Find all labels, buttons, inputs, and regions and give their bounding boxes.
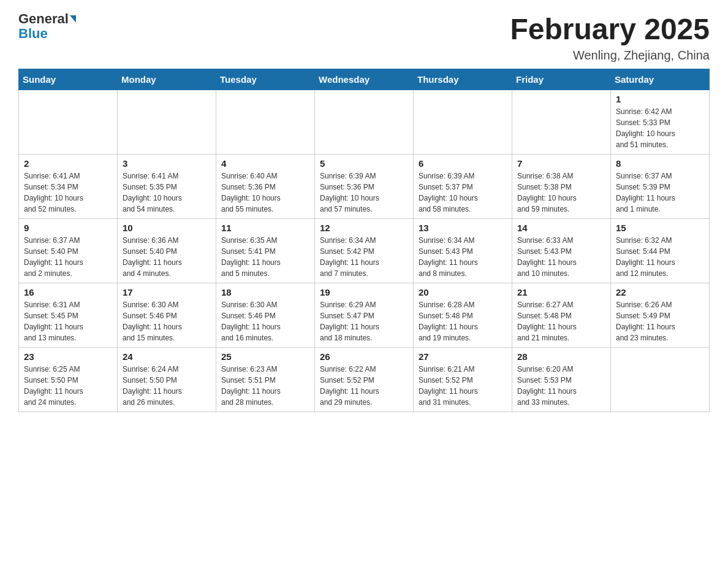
calendar-cell — [414, 90, 512, 155]
day-number: 20 — [419, 287, 507, 297]
day-info: Sunrise: 6:20 AM Sunset: 5:53 PM Dayligh… — [517, 364, 605, 408]
weekday-header: Saturday — [611, 69, 710, 90]
calendar-cell: 20Sunrise: 6:28 AM Sunset: 5:48 PM Dayli… — [414, 283, 512, 348]
weekday-header: Friday — [512, 69, 611, 90]
calendar-cell: 22Sunrise: 6:26 AM Sunset: 5:49 PM Dayli… — [611, 283, 710, 348]
calendar-cell: 8Sunrise: 6:37 AM Sunset: 5:39 PM Daylig… — [611, 155, 710, 219]
subtitle: Wenling, Zhejiang, China — [510, 48, 710, 63]
day-number: 17 — [123, 287, 211, 297]
day-number: 7 — [517, 158, 605, 169]
day-info: Sunrise: 6:41 AM Sunset: 5:35 PM Dayligh… — [123, 170, 211, 215]
calendar-cell — [512, 90, 611, 155]
day-number: 19 — [320, 287, 408, 297]
day-number: 26 — [320, 351, 408, 362]
calendar-cell: 7Sunrise: 6:38 AM Sunset: 5:38 PM Daylig… — [512, 155, 611, 219]
calendar-cell: 10Sunrise: 6:36 AM Sunset: 5:40 PM Dayli… — [118, 219, 216, 283]
day-info: Sunrise: 6:28 AM Sunset: 5:48 PM Dayligh… — [419, 299, 507, 343]
main-title: February 2025 — [510, 12, 710, 46]
calendar-table: SundayMondayTuesdayWednesdayThursdayFrid… — [18, 69, 710, 412]
calendar-week-row: 23Sunrise: 6:25 AM Sunset: 5:50 PM Dayli… — [19, 348, 710, 412]
day-number: 12 — [320, 223, 408, 233]
calendar-cell: 13Sunrise: 6:34 AM Sunset: 5:43 PM Dayli… — [414, 219, 512, 283]
title-block: February 2025 Wenling, Zhejiang, China — [510, 12, 710, 63]
day-number: 1 — [616, 94, 704, 104]
day-info: Sunrise: 6:32 AM Sunset: 5:44 PM Dayligh… — [616, 235, 704, 279]
calendar-cell: 15Sunrise: 6:32 AM Sunset: 5:44 PM Dayli… — [611, 219, 710, 283]
day-number: 27 — [419, 351, 507, 362]
calendar-week-row: 9Sunrise: 6:37 AM Sunset: 5:40 PM Daylig… — [19, 219, 710, 283]
page-header: General Blue February 2025 Wenling, Zhej… — [18, 12, 710, 63]
calendar-cell: 28Sunrise: 6:20 AM Sunset: 5:53 PM Dayli… — [512, 348, 611, 412]
day-number: 18 — [221, 287, 309, 297]
day-number: 16 — [24, 287, 112, 297]
day-info: Sunrise: 6:34 AM Sunset: 5:42 PM Dayligh… — [320, 235, 408, 279]
day-info: Sunrise: 6:29 AM Sunset: 5:47 PM Dayligh… — [320, 299, 408, 343]
weekday-header-row: SundayMondayTuesdayWednesdayThursdayFrid… — [19, 69, 710, 90]
calendar-cell: 23Sunrise: 6:25 AM Sunset: 5:50 PM Dayli… — [19, 348, 118, 412]
calendar-cell: 2Sunrise: 6:41 AM Sunset: 5:34 PM Daylig… — [19, 155, 118, 219]
calendar-cell: 1Sunrise: 6:42 AM Sunset: 5:33 PM Daylig… — [611, 90, 710, 155]
calendar-cell: 19Sunrise: 6:29 AM Sunset: 5:47 PM Dayli… — [315, 283, 414, 348]
day-info: Sunrise: 6:31 AM Sunset: 5:45 PM Dayligh… — [24, 299, 112, 343]
calendar-cell: 16Sunrise: 6:31 AM Sunset: 5:45 PM Dayli… — [19, 283, 118, 348]
weekday-header: Wednesday — [315, 69, 414, 90]
day-number: 10 — [123, 223, 211, 233]
day-number: 14 — [517, 223, 605, 233]
calendar-week-row: 1Sunrise: 6:42 AM Sunset: 5:33 PM Daylig… — [19, 90, 710, 155]
day-info: Sunrise: 6:25 AM Sunset: 5:50 PM Dayligh… — [24, 364, 112, 408]
calendar-cell: 3Sunrise: 6:41 AM Sunset: 5:35 PM Daylig… — [118, 155, 216, 219]
day-info: Sunrise: 6:30 AM Sunset: 5:46 PM Dayligh… — [123, 299, 211, 343]
day-number: 22 — [616, 287, 704, 297]
calendar-cell — [118, 90, 216, 155]
day-info: Sunrise: 6:36 AM Sunset: 5:40 PM Dayligh… — [123, 235, 211, 279]
day-number: 6 — [419, 158, 507, 169]
weekday-header: Monday — [118, 69, 216, 90]
day-info: Sunrise: 6:38 AM Sunset: 5:38 PM Dayligh… — [517, 170, 605, 215]
weekday-header: Sunday — [19, 69, 118, 90]
day-info: Sunrise: 6:37 AM Sunset: 5:40 PM Dayligh… — [24, 235, 112, 279]
day-info: Sunrise: 6:21 AM Sunset: 5:52 PM Dayligh… — [419, 364, 507, 408]
calendar-cell: 26Sunrise: 6:22 AM Sunset: 5:52 PM Dayli… — [315, 348, 414, 412]
day-number: 4 — [221, 158, 309, 169]
day-info: Sunrise: 6:33 AM Sunset: 5:43 PM Dayligh… — [517, 235, 605, 279]
calendar-cell: 21Sunrise: 6:27 AM Sunset: 5:48 PM Dayli… — [512, 283, 611, 348]
calendar-cell — [611, 348, 710, 412]
calendar-cell — [216, 90, 315, 155]
day-number: 15 — [616, 223, 704, 233]
calendar-cell: 5Sunrise: 6:39 AM Sunset: 5:36 PM Daylig… — [315, 155, 414, 219]
day-number: 2 — [24, 158, 112, 169]
day-info: Sunrise: 6:22 AM Sunset: 5:52 PM Dayligh… — [320, 364, 408, 408]
weekday-header: Tuesday — [216, 69, 315, 90]
day-info: Sunrise: 6:40 AM Sunset: 5:36 PM Dayligh… — [221, 170, 309, 215]
day-info: Sunrise: 6:41 AM Sunset: 5:34 PM Dayligh… — [24, 170, 112, 215]
calendar-cell: 27Sunrise: 6:21 AM Sunset: 5:52 PM Dayli… — [414, 348, 512, 412]
logo-arrow-icon — [70, 15, 76, 23]
day-number: 5 — [320, 158, 408, 169]
calendar-cell: 24Sunrise: 6:24 AM Sunset: 5:50 PM Dayli… — [118, 348, 216, 412]
day-info: Sunrise: 6:26 AM Sunset: 5:49 PM Dayligh… — [616, 299, 704, 343]
day-number: 3 — [123, 158, 211, 169]
day-number: 8 — [616, 158, 704, 169]
day-number: 13 — [419, 223, 507, 233]
day-info: Sunrise: 6:27 AM Sunset: 5:48 PM Dayligh… — [517, 299, 605, 343]
calendar-cell: 17Sunrise: 6:30 AM Sunset: 5:46 PM Dayli… — [118, 283, 216, 348]
calendar-cell: 4Sunrise: 6:40 AM Sunset: 5:36 PM Daylig… — [216, 155, 315, 219]
day-info: Sunrise: 6:37 AM Sunset: 5:39 PM Dayligh… — [616, 170, 704, 215]
day-info: Sunrise: 6:39 AM Sunset: 5:37 PM Dayligh… — [419, 170, 507, 215]
day-info: Sunrise: 6:23 AM Sunset: 5:51 PM Dayligh… — [221, 364, 309, 408]
day-number: 21 — [517, 287, 605, 297]
day-number: 11 — [221, 223, 309, 233]
day-number: 25 — [221, 351, 309, 362]
day-number: 28 — [517, 351, 605, 362]
calendar-cell: 6Sunrise: 6:39 AM Sunset: 5:37 PM Daylig… — [414, 155, 512, 219]
day-info: Sunrise: 6:42 AM Sunset: 5:33 PM Dayligh… — [616, 106, 704, 150]
calendar-cell — [315, 90, 414, 155]
day-info: Sunrise: 6:30 AM Sunset: 5:46 PM Dayligh… — [221, 299, 309, 343]
logo-general-text: General — [18, 12, 69, 26]
calendar-cell: 14Sunrise: 6:33 AM Sunset: 5:43 PM Dayli… — [512, 219, 611, 283]
weekday-header: Thursday — [414, 69, 512, 90]
day-info: Sunrise: 6:35 AM Sunset: 5:41 PM Dayligh… — [221, 235, 309, 279]
day-number: 24 — [123, 351, 211, 362]
day-info: Sunrise: 6:24 AM Sunset: 5:50 PM Dayligh… — [123, 364, 211, 408]
day-info: Sunrise: 6:34 AM Sunset: 5:43 PM Dayligh… — [419, 235, 507, 279]
